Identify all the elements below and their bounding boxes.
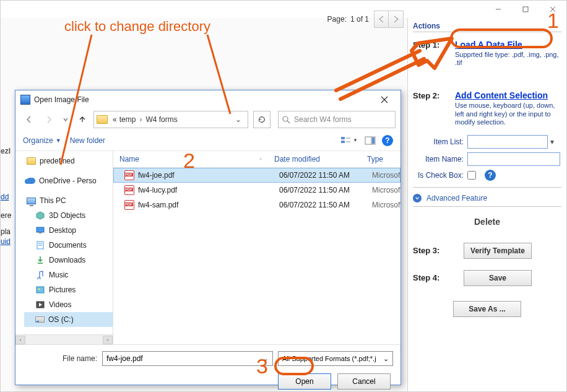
nav-history-dropdown[interactable] [60,111,71,128]
tree-item-videos[interactable]: Videos [24,297,113,312]
tree-item-thispc[interactable]: This PC [15,193,113,208]
item-name-row: Item Name: [413,152,561,166]
organize-menu[interactable]: Organize ▼ [23,136,61,145]
tree-item-music[interactable]: Music [24,268,113,282]
file-date: 06/07/2022 11:50 AM [273,201,366,209]
sort-caret-icon: ^ [259,157,262,162]
ischeckbox-input[interactable] [467,171,476,180]
save-as-button[interactable]: Save As ... [453,301,521,317]
item-name-label: Item Name: [413,155,464,163]
list-item[interactable]: fw4-joe.pdf 06/07/2022 11:50 AM Microsof… [113,168,400,183]
page-prev-button[interactable] [374,11,389,28]
open-button[interactable]: Open [278,373,331,390]
tree-hscrollbar[interactable]: ‹› [15,334,113,344]
folder-icon [97,115,108,124]
tree-item-predefined[interactable]: predefined [15,154,113,168]
tree-item-onedrive[interactable]: OneDrive - Perso [15,173,113,188]
nav-forward-button[interactable] [40,111,58,128]
delete-label: Delete [413,217,561,227]
step-3: Step 3: Verify Template [413,243,561,259]
strip-dd-link[interactable]: dd [1,193,9,201]
crumb-w4forms[interactable]: W4 forms [144,115,178,124]
tree-item-3dobjects[interactable]: 3D Objects [24,208,113,223]
maximize-button[interactable] [512,1,539,18]
filter-label: All Supported Formats (*.pdf;*.j [282,355,376,362]
col-date[interactable]: Date modified [268,151,361,167]
help-icon[interactable]: ? [485,170,496,181]
minimize-button[interactable] [485,1,512,18]
svg-point-22 [38,289,40,290]
save-button[interactable]: Save [464,270,532,286]
add-content-selection-link[interactable]: Add Content Selection [455,90,548,100]
dialog-body: predefined OneDrive - Perso This PC 3D O… [15,151,400,344]
svg-line-7 [287,121,290,123]
col-name[interactable]: Name^ [113,151,268,167]
refresh-button[interactable] [253,111,271,128]
step-2: Step 2: Add Content Selection Use mouse,… [413,90,561,126]
3dobjects-icon [35,211,45,220]
item-name-input[interactable] [467,152,560,166]
crumb-prefix: « [111,115,118,124]
actions-title: Actions [413,22,561,32]
tree-item-documents[interactable]: Documents [24,238,113,253]
list-item[interactable]: fw4-lucy.pdf 06/07/2022 11:50 AM Microso… [113,183,400,198]
dialog-help-icon[interactable]: ? [382,135,393,146]
step-1: Step 1: Load A Data File Supprted file t… [413,40,561,67]
page-next-button[interactable] [389,11,404,28]
dialog-titlebar: Open Image File [15,90,400,109]
tree-label: Pictures [49,285,76,294]
col-type[interactable]: Type [361,151,400,167]
file-type-filter[interactable]: All Supported Formats (*.pdf;*.j ⌄ [278,351,393,366]
nav-back-button[interactable] [20,111,38,128]
search-input[interactable]: Search W4 forms [278,111,396,128]
dialog-close-button[interactable] [373,92,396,108]
advanced-feature-label: Advanced Feature [426,194,487,203]
tree-item-pictures[interactable]: Pictures [24,282,113,297]
tree-label: 3D Objects [49,211,85,220]
svg-point-6 [283,116,288,121]
music-icon [35,270,45,280]
tree-label: Downloads [49,256,85,264]
tree-item-desktop[interactable]: Desktop [24,223,113,238]
chevron-right-icon: › [137,115,144,124]
address-dropdown[interactable]: ⌄ [232,115,245,124]
titlebar [1,1,566,18]
list-item[interactable]: fw4-sam.pdf 06/07/2022 11:50 AM Microsof… [113,198,400,212]
verify-template-button[interactable]: Verify Template [464,243,532,259]
pdf-icon [124,200,134,210]
svg-rect-9 [341,141,345,143]
file-name-input[interactable]: fw4-joe.pdf ⌄ [102,351,273,366]
file-name-label: File name: [23,354,97,363]
file-name: fw4-sam.pdf [138,201,178,209]
tree-label: Music [49,271,68,279]
step3-label: Step 3: [413,246,449,255]
address-bar[interactable]: « temp › W4 forms ⌄ [93,111,248,128]
tree-label: OS (C:) [48,315,74,324]
file-date: 06/07/2022 11:50 AM [273,171,366,180]
pdf-icon [124,170,134,180]
preview-pane-button[interactable] [361,133,379,148]
close-button[interactable] [539,1,566,18]
videos-icon [35,300,45,310]
drive-icon [35,316,45,323]
nav-up-button[interactable] [74,111,91,128]
load-data-file-link[interactable]: Load A Data File [455,40,522,50]
view-mode-button[interactable]: ▼ [340,133,358,148]
pdf-icon [124,185,134,195]
caret-down-icon: ⌄ [262,354,269,363]
step2-hint: Use mouse, keyboard (up, down, left and … [455,102,560,126]
new-folder-button[interactable]: New folder [70,136,105,145]
crumb-temp[interactable]: temp [118,115,137,124]
page-value: 1 of 1 [350,15,369,24]
tree-item-osc[interactable]: OS (C:) [24,312,113,327]
svg-rect-1 [523,7,528,12]
file-name: fw4-lucy.pdf [138,186,177,194]
advanced-feature-toggle[interactable]: Advanced Feature [413,194,561,203]
item-list-input[interactable] [467,135,548,149]
list-header: Name^ Date modified Type [113,151,400,168]
tree-item-downloads[interactable]: Downloads [24,253,113,268]
cancel-button[interactable]: Cancel [337,373,391,390]
documents-icon [35,240,45,250]
desktop-icon [35,225,45,235]
strip-uid-link[interactable]: uid [1,237,11,246]
